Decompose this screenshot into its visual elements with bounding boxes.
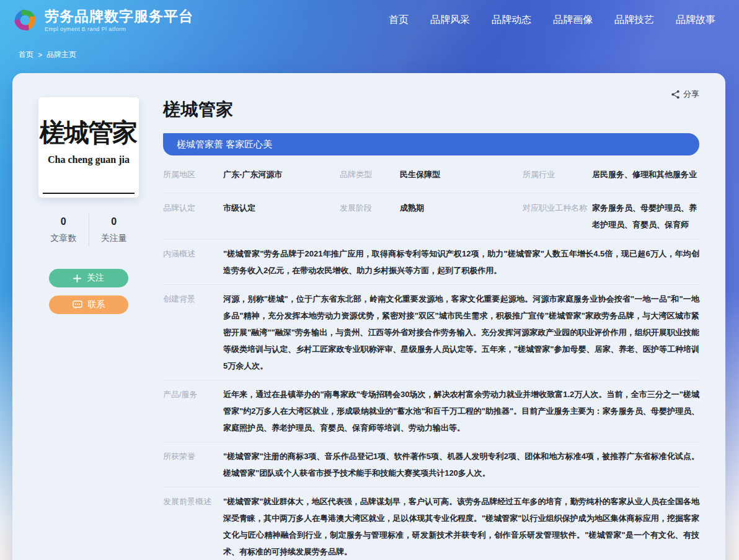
field-certification-label: 品牌认定 [163,199,223,233]
section-prospects-text: "槎城管家"就业群体大，地区代表强，品牌谋划早，客户认可高。该劳务品牌经过五年多… [223,493,699,560]
main-nav: 首页 品牌风采 品牌动态 品牌画像 品牌技艺 品牌故事 [389,14,715,27]
share-label: 分享 [683,89,699,100]
field-brand-type: 品牌类型 民生保障型 [340,166,523,183]
field-industry: 所属行业 居民服务、修理和其他服务业 [523,166,699,183]
nav-brand-news[interactable]: 品牌动态 [492,14,531,27]
section-prospects-label: 发展前景概述 [163,493,223,560]
nav-home[interactable]: 首页 [389,14,409,27]
stat-articles: 0 文章数 [38,214,89,247]
brand-slogan-text: 槎城管家善 客家匠心美 [177,139,272,151]
brand-info-grid: 所属地区 广东-广东河源市 品牌类型 民生保障型 所属行业 居民服务、修理和其他… [163,155,699,560]
breadcrumb-current: 品牌主页 [46,50,76,60]
section-overview-text: "槎城管家"劳务品牌于2021年推广应用，取得商标专利等知识产权12项，助力"槎… [223,245,699,279]
section-products-label: 产品/服务 [163,386,223,436]
field-occupations-label: 对应职业工种名称 [523,199,592,233]
field-certification-value: 市级认定 [223,199,255,233]
brand-title: 槎城管家 [163,98,234,121]
section-products-text: 近年来，通过在县镇举办的"南粤家政"专场招聘会30场次，解决农村富余劳动力就业并… [223,386,699,436]
section-overview: 内涵概述 "槎城管家"劳务品牌于2021年推广应用，取得商标专利等知识产权12项… [163,240,699,285]
section-background-text: 河源，别称"槎城"，位于广东省东北部，岭南文化重要发源地，客家文化重要起源地。河… [223,291,699,374]
site-subtitle: Empl oyment B rand Pl atform [45,26,193,32]
nav-brand-skill[interactable]: 品牌技艺 [614,14,654,27]
field-occupations: 对应职业工种名称 家务服务员、母婴护理员、养老护理员、育婴员、保育师 [523,199,699,233]
brand-profile-card: 槎城管家 Cha cheng guan jia 0 文章数 0 关注量 关注 联… [12,73,725,560]
field-stage-value: 成熟期 [400,199,424,233]
share-button[interactable]: 分享 [671,89,699,100]
section-prospects: 发展前景概述 "槎城管家"就业群体大，地区代表强，品牌谋划早，客户认可高。该劳务… [163,488,699,560]
site-brand: 劳务品牌数字服务平台 Empl oyment B rand Pl atform [11,6,193,34]
follow-button[interactable]: 关注 [49,269,128,287]
stat-articles-value: 0 [61,216,66,227]
field-certification: 品牌认定 市级认定 [163,199,340,233]
section-honors-label: 所获荣誉 [163,448,223,481]
follow-button-label: 关注 [87,273,104,284]
chat-icon [73,300,82,309]
profile-stats: 0 文章数 0 关注量 [38,214,139,247]
section-products: 产品/服务 近年来，通过在县镇举办的"南粤家政"专场招聘会30场次，解决农村富余… [163,380,699,442]
field-region: 所属地区 广东-广东河源市 [163,166,340,183]
nav-brand-portrait[interactable]: 品牌画像 [553,14,593,27]
stat-followers: 0 关注量 [89,214,139,247]
contact-button-label: 联系 [88,299,105,310]
field-region-value: 广东-广东河源市 [223,166,282,183]
brand-logo-underline [43,193,135,194]
breadcrumb-home[interactable]: 首页 [19,50,33,60]
field-stage-label: 发展阶段 [340,199,400,233]
section-honors: 所获荣誉 "槎城管家"注册的商标3项、音乐作品登记1项、软件著作5项、机器人发明… [163,442,699,488]
brand-slogan-banner: 槎城管家善 客家匠心美 [163,133,699,155]
stat-followers-label: 关注量 [101,233,127,244]
brand-logo-cn-text: 槎城管家 [40,120,136,146]
brand-logo-en-text: Cha cheng guan jia [48,154,130,165]
site-logo-icon [11,6,39,34]
plus-icon [73,274,81,282]
breadcrumb-separator: > [38,51,42,59]
info-row-1: 所属地区 广东-广东河源市 品牌类型 民生保障型 所属行业 居民服务、修理和其他… [163,155,699,193]
section-background-label: 创建背景 [163,291,223,374]
brand-logo-image: 槎城管家 Cha cheng guan jia [38,97,139,198]
share-icon [671,90,680,99]
breadcrumb: 首页 > 品牌主页 [19,50,76,60]
nav-brand-story[interactable]: 品牌故事 [676,14,715,27]
field-brand-type-label: 品牌类型 [340,166,400,183]
section-honors-text: "槎城管家"注册的商标3项、音乐作品登记1项、软件著作5项、机器人发明专利2项、… [223,448,699,481]
info-row-2: 品牌认定 市级认定 发展阶段 成熟期 对应职业工种名称 家务服务员、母婴护理员、… [163,193,699,240]
contact-button[interactable]: 联系 [49,295,128,314]
section-overview-label: 内涵概述 [163,245,223,279]
field-industry-value: 居民服务、修理和其他服务业 [592,166,697,183]
field-occupations-value: 家务服务员、母婴护理员、养老护理员、育婴员、保育师 [592,199,699,233]
site-title: 劳务品牌数字服务平台 [45,8,193,24]
stat-followers-value: 0 [111,216,117,227]
nav-brand-style[interactable]: 品牌风采 [430,14,470,27]
field-brand-type-value: 民生保障型 [400,166,440,183]
field-industry-label: 所属行业 [523,166,592,183]
stat-articles-label: 文章数 [50,233,76,244]
section-background: 创建背景 河源，别称"槎城"，位于广东省东北部，岭南文化重要发源地，客家文化重要… [163,285,699,380]
field-stage: 发展阶段 成熟期 [340,199,523,233]
field-region-label: 所属地区 [163,166,223,183]
top-header: 劳务品牌数字服务平台 Empl oyment B rand Pl atform … [0,0,739,34]
